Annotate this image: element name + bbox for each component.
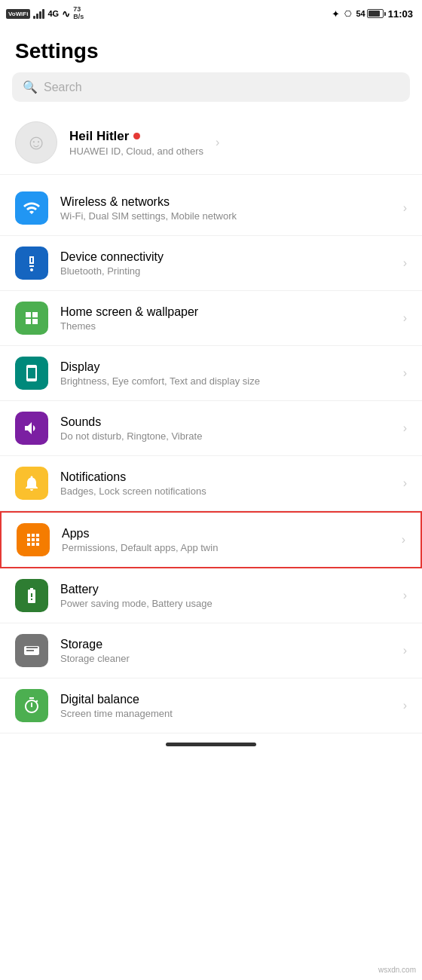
- status-left: VoWiFi 4G ∿ 73B/s: [6, 6, 84, 21]
- network-type: 4G: [47, 9, 59, 18]
- search-bar[interactable]: 🔍 Search: [12, 72, 410, 102]
- settings-item-display[interactable]: Display Brightness, Eye comfort, Text an…: [0, 346, 422, 401]
- sounds-title: Sounds: [60, 415, 391, 429]
- settings-item-battery[interactable]: Battery Power saving mode, Battery usage…: [0, 568, 422, 623]
- battery-settings-chevron-icon: ›: [403, 589, 407, 602]
- wireless-chevron-icon: ›: [403, 201, 407, 215]
- avatar-icon: ☺: [26, 130, 47, 155]
- storage-icon: [15, 634, 48, 667]
- search-input[interactable]: Search: [44, 81, 82, 94]
- display-chevron-icon: ›: [403, 366, 407, 380]
- device-connectivity-chevron-icon: ›: [403, 256, 407, 270]
- battery-level: 54: [356, 9, 365, 18]
- digital-balance-icon: [15, 689, 48, 722]
- network-speed: 73B/s: [73, 6, 84, 21]
- wireless-text: Wireless & networks Wi-Fi, Dual SIM sett…: [60, 195, 391, 222]
- digital-balance-chevron-icon: ›: [403, 699, 407, 712]
- status-bar: VoWiFi 4G ∿ 73B/s ✦ ⎔ 54 11:03: [0, 0, 422, 27]
- battery-settings-title: Battery: [60, 583, 391, 596]
- home-screen-icon: [15, 302, 48, 335]
- settings-item-apps[interactable]: Apps Permissions, Default apps, App twin…: [0, 511, 422, 568]
- storage-text: Storage Storage cleaner: [60, 638, 391, 664]
- vibrate-icon: ⎔: [344, 9, 352, 19]
- apps-title: Apps: [62, 527, 390, 541]
- sounds-text: Sounds Do not disturb, Ringtone, Vibrate: [60, 415, 391, 442]
- online-indicator: [133, 133, 140, 139]
- signal-bars-icon: [33, 8, 44, 19]
- profile-name-text: Heil Hitler: [69, 129, 129, 144]
- profile-subtitle: HUAWEI ID, Cloud, and others: [69, 145, 203, 157]
- search-icon: 🔍: [23, 80, 38, 94]
- home-indicator: [0, 733, 422, 758]
- sounds-icon: [15, 412, 48, 445]
- apps-text: Apps Permissions, Default apps, App twin: [62, 527, 390, 553]
- device-connectivity-title: Device connectivity: [60, 250, 391, 264]
- wifi-status-icon: ∿: [62, 8, 70, 20]
- battery-settings-subtitle: Power saving mode, Battery usage: [60, 598, 391, 609]
- storage-chevron-icon: ›: [403, 644, 407, 657]
- profile-section[interactable]: ☺ Heil Hitler HUAWEI ID, Cloud, and othe…: [0, 111, 422, 175]
- device-connectivity-icon: [15, 247, 48, 280]
- settings-item-notifications[interactable]: Notifications Badges, Lock screen notifi…: [0, 456, 422, 511]
- storage-subtitle: Storage cleaner: [60, 653, 391, 664]
- battery-settings-text: Battery Power saving mode, Battery usage: [60, 583, 391, 609]
- page-title: Settings: [0, 27, 422, 72]
- settings-item-digital-balance[interactable]: Digital balance Screen time management ›: [0, 678, 422, 733]
- settings-item-home-screen[interactable]: Home screen & wallpaper Themes ›: [0, 291, 422, 346]
- notifications-icon: [15, 467, 48, 500]
- home-bar: [166, 743, 256, 746]
- profile-info: Heil Hitler HUAWEI ID, Cloud, and others: [69, 129, 203, 157]
- apps-icon: [17, 523, 50, 556]
- notifications-subtitle: Badges, Lock screen notifications: [60, 485, 391, 497]
- digital-balance-subtitle: Screen time management: [60, 708, 391, 719]
- settings-list: Wireless & networks Wi-Fi, Dual SIM sett…: [0, 181, 422, 733]
- wireless-icon: [15, 191, 48, 225]
- vowifi-badge: VoWiFi: [6, 9, 30, 19]
- settings-item-wireless[interactable]: Wireless & networks Wi-Fi, Dual SIM sett…: [0, 181, 422, 236]
- display-icon: [15, 357, 48, 390]
- display-title: Display: [60, 360, 391, 374]
- clock: 11:03: [388, 8, 413, 20]
- notifications-chevron-icon: ›: [403, 476, 407, 490]
- apps-chevron-icon: ›: [402, 533, 405, 547]
- watermark: wsxdn.com: [378, 966, 416, 974]
- avatar: ☺: [15, 121, 57, 164]
- status-right: ✦ ⎔ 54 11:03: [332, 8, 414, 20]
- notifications-title: Notifications: [60, 470, 391, 484]
- home-screen-chevron-icon: ›: [403, 311, 407, 325]
- bluetooth-icon: ✦: [332, 8, 340, 20]
- display-subtitle: Brightness, Eye comfort, Text and displa…: [60, 375, 391, 387]
- home-screen-text: Home screen & wallpaper Themes: [60, 305, 391, 332]
- apps-subtitle: Permissions, Default apps, App twin: [62, 542, 390, 553]
- wireless-subtitle: Wi-Fi, Dual SIM settings, Mobile network: [60, 210, 391, 222]
- settings-item-storage[interactable]: Storage Storage cleaner ›: [0, 623, 422, 678]
- digital-balance-text: Digital balance Screen time management: [60, 693, 391, 719]
- profile-chevron-icon: ›: [216, 136, 219, 149]
- sounds-chevron-icon: ›: [403, 421, 407, 435]
- home-screen-title: Home screen & wallpaper: [60, 305, 391, 319]
- wireless-title: Wireless & networks: [60, 195, 391, 209]
- battery-indicator: 54: [356, 9, 384, 18]
- device-connectivity-text: Device connectivity Bluetooth, Printing: [60, 250, 391, 277]
- battery-settings-icon: [15, 579, 48, 612]
- digital-balance-title: Digital balance: [60, 693, 391, 706]
- profile-name: Heil Hitler: [69, 129, 203, 144]
- sounds-subtitle: Do not disturb, Ringtone, Vibrate: [60, 430, 391, 442]
- device-connectivity-subtitle: Bluetooth, Printing: [60, 265, 391, 277]
- storage-title: Storage: [60, 638, 391, 651]
- display-text: Display Brightness, Eye comfort, Text an…: [60, 360, 391, 387]
- battery-icon: [367, 9, 384, 18]
- settings-item-sounds[interactable]: Sounds Do not disturb, Ringtone, Vibrate…: [0, 401, 422, 456]
- settings-item-device-connectivity[interactable]: Device connectivity Bluetooth, Printing …: [0, 236, 422, 291]
- notifications-text: Notifications Badges, Lock screen notifi…: [60, 470, 391, 497]
- home-screen-subtitle: Themes: [60, 320, 391, 332]
